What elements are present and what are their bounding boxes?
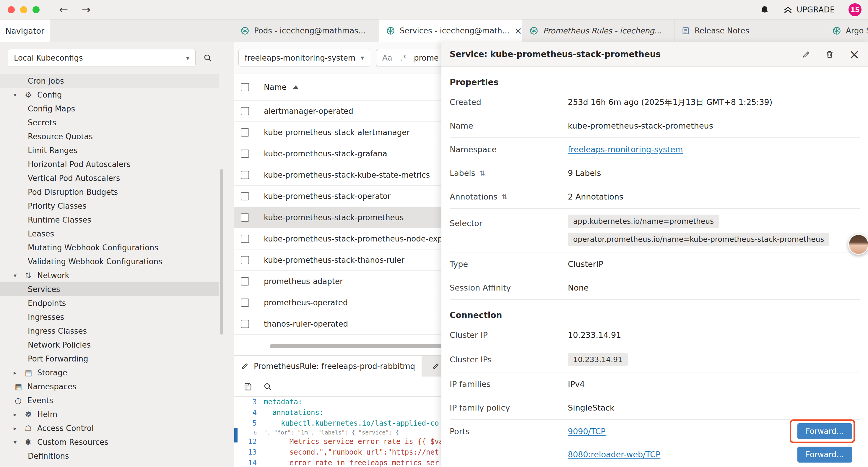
dock-tab-partial[interactable]	[425, 356, 441, 377]
table-row[interactable]: kube-prometheus-stack-kube-state-metrics	[234, 164, 441, 185]
sidebar-item-cron-jobs[interactable]: Cron Jobs	[0, 74, 219, 88]
sidebar-item-port-forwarding[interactable]: Port Forwarding	[0, 352, 219, 366]
sort-toggle-icon[interactable]: ⇅	[479, 169, 485, 177]
row-checkbox[interactable]	[241, 320, 249, 328]
sidebar-item-resource-quotas[interactable]: Resource Quotas	[0, 129, 219, 143]
sidebar-item-runtime-classes[interactable]: Runtime Classes	[0, 213, 219, 227]
row-checkbox[interactable]	[241, 213, 249, 222]
sidebar-item-leases[interactable]: Leases	[0, 227, 219, 241]
search-input[interactable]: Aa .* prome	[376, 49, 441, 67]
sidebar-item-mutating-webhook-configurations[interactable]: Mutating Webhook Configurations	[0, 241, 219, 255]
port-link[interactable]: 8080:reloader-web/TCP	[568, 450, 660, 459]
tab-prometheus-rules-icecheng[interactable]: Prometheus Rules - icecheng...	[522, 20, 675, 42]
sidebar-item-validating-webhook-configurations[interactable]: Validating Webhook Configurations	[0, 255, 219, 268]
sidebar-item-secrets[interactable]: Secrets	[0, 116, 219, 129]
sidebar-item-namespaces[interactable]: ▦Namespaces	[0, 380, 219, 393]
sidebar-item-vertical-pod-autoscalers[interactable]: Vertical Pod Autoscalers	[0, 171, 219, 185]
horizontal-scrollbar[interactable]	[270, 344, 441, 348]
match-case-toggle[interactable]: Aa	[382, 54, 392, 62]
row-checkbox[interactable]	[241, 128, 249, 137]
sidebar-item-limit-ranges[interactable]: Limit Ranges	[0, 143, 219, 157]
sidebar-item-helm[interactable]: ▸☸Helm	[0, 407, 219, 421]
sidebar-item-definitions[interactable]: Definitions	[0, 449, 219, 463]
upgrade-button[interactable]: UPGRADE	[783, 5, 835, 15]
sidebar-item-network[interactable]: ▾⇅Network	[0, 268, 219, 282]
table-row[interactable]: kube-prometheus-stack-grafana	[234, 143, 441, 164]
service-name: kube-prometheus-stack-operator	[264, 192, 391, 201]
sidebar-item-endpoints[interactable]: Endpoints	[0, 296, 219, 310]
row-checkbox[interactable]	[241, 256, 249, 264]
sidebar-item-priority-classes[interactable]: Priority Classes	[0, 199, 219, 213]
drawer-body: PropertiesCreated253d 16h 6m ago (2025年1…	[441, 67, 868, 467]
row-checkbox[interactable]	[241, 150, 249, 158]
port-row: 9090/TCPForward...	[568, 420, 860, 443]
code-content: error rate in freeleaps metrics ser	[264, 459, 439, 467]
row-checkbox[interactable]	[241, 192, 249, 200]
edit-icon[interactable]	[802, 50, 810, 59]
close-tab-icon[interactable]: ×	[514, 25, 522, 36]
notification-count-badge[interactable]: 15	[848, 3, 862, 16]
close-window-button[interactable]	[8, 6, 15, 13]
row-checkbox[interactable]	[241, 235, 249, 243]
row-checkbox[interactable]	[241, 171, 249, 179]
name-column-header[interactable]: Name	[264, 83, 286, 92]
sidebar-item-pod-disruption-budgets[interactable]: Pod Disruption Budgets	[0, 185, 219, 199]
sidebar-item-events[interactable]: ◷Events	[0, 393, 219, 407]
sidebar-search-icon[interactable]	[203, 54, 212, 62]
save-icon[interactable]	[243, 382, 252, 391]
yaml-editor[interactable]: 3metadata:4 annotations:5 kubectl.kubern…	[234, 397, 441, 467]
search-icon[interactable]	[263, 382, 272, 391]
table-row[interactable]: prometheus-adapter	[234, 271, 441, 292]
namespace-link[interactable]: freeleaps-monitoring-system	[568, 145, 683, 154]
sidebar-item-config-maps[interactable]: Config Maps	[0, 102, 219, 116]
delete-icon[interactable]	[825, 50, 834, 59]
minimize-window-button[interactable]	[20, 6, 27, 13]
sidebar-item-config[interactable]: ▾⚙Config	[0, 88, 219, 102]
back-button[interactable]: ←	[59, 4, 68, 16]
tab-argo-se[interactable]: Argo Se	[825, 20, 868, 42]
select-all-checkbox[interactable]	[241, 83, 249, 91]
table-row[interactable]: alertmanager-operated	[234, 100, 441, 122]
sort-toggle-icon[interactable]: ⇅	[502, 193, 507, 201]
navigator-header: Navigator	[0, 20, 50, 42]
table-row[interactable]: thanos-ruler-operated	[234, 313, 441, 334]
sidebar-item-custom-resources[interactable]: ▾✱Custom Resources	[0, 435, 219, 449]
sidebar-item-label: Ingress Classes	[28, 327, 87, 335]
table-row[interactable]: kube-prometheus-stack-prometheus-node-ex…	[234, 228, 441, 250]
table-row[interactable]: kube-prometheus-stack-prometheus	[234, 207, 441, 228]
forward-button[interactable]: Forward...	[797, 423, 852, 439]
table-row[interactable]: prometheus-operated	[234, 292, 441, 313]
table-row[interactable]: kube-prometheus-stack-alertmanager	[234, 122, 441, 143]
row-checkbox[interactable]	[241, 107, 249, 115]
sidebar-item-network-policies[interactable]: Network Policies	[0, 338, 219, 352]
bell-icon[interactable]	[760, 5, 769, 14]
sidebar-scrollbar[interactable]	[220, 169, 223, 334]
tab-release-notes[interactable]: Release Notes	[675, 20, 825, 42]
dock-tab-label: PrometheusRule: freeleaps-prod-rabbitmq	[254, 362, 415, 371]
code-content: second.","runbook_url":"https://net	[264, 448, 439, 456]
drawer-actions: ×	[802, 48, 860, 61]
row-checkbox[interactable]	[241, 298, 249, 307]
sidebar-item-ingresses[interactable]: Ingresses	[0, 310, 219, 324]
user-avatar[interactable]	[848, 234, 868, 255]
tab-services-icecheng-math[interactable]: Services - icecheng@math...×	[379, 20, 522, 42]
table-row[interactable]: kube-prometheus-stack-thanos-ruler	[234, 250, 441, 271]
dock-tab-prometheusrule[interactable]: PrometheusRule: freeleaps-prod-rabbitmq	[234, 356, 422, 377]
close-icon[interactable]: ×	[849, 48, 860, 61]
service-name: kube-prometheus-stack-prometheus	[264, 213, 404, 222]
forward-button[interactable]: →	[82, 4, 90, 16]
sidebar-item-access-control[interactable]: ▸☖Access Control	[0, 421, 219, 435]
tab-pods-icecheng-mathmas[interactable]: Pods - icecheng@mathmas...	[234, 20, 379, 42]
regex-toggle[interactable]: .*	[400, 54, 406, 62]
port-link[interactable]: 9090/TCP	[568, 427, 606, 436]
sidebar-item-storage[interactable]: ▸▤Storage	[0, 366, 219, 380]
zoom-window-button[interactable]	[32, 6, 39, 13]
kubeconfig-select[interactable]: Local Kubeconfigs ▾	[8, 49, 195, 67]
sidebar-item-horizontal-pod-autoscalers[interactable]: Horizontal Pod Autoscalers	[0, 157, 219, 171]
sidebar-item-ingress-classes[interactable]: Ingress Classes	[0, 324, 219, 338]
forward-button[interactable]: Forward...	[797, 447, 852, 463]
row-checkbox[interactable]	[241, 277, 249, 286]
namespace-select[interactable]: freeleaps-monitoring-system ▾	[239, 49, 370, 67]
sidebar-item-services[interactable]: Services	[0, 282, 219, 296]
table-row[interactable]: kube-prometheus-stack-operator	[234, 185, 441, 207]
